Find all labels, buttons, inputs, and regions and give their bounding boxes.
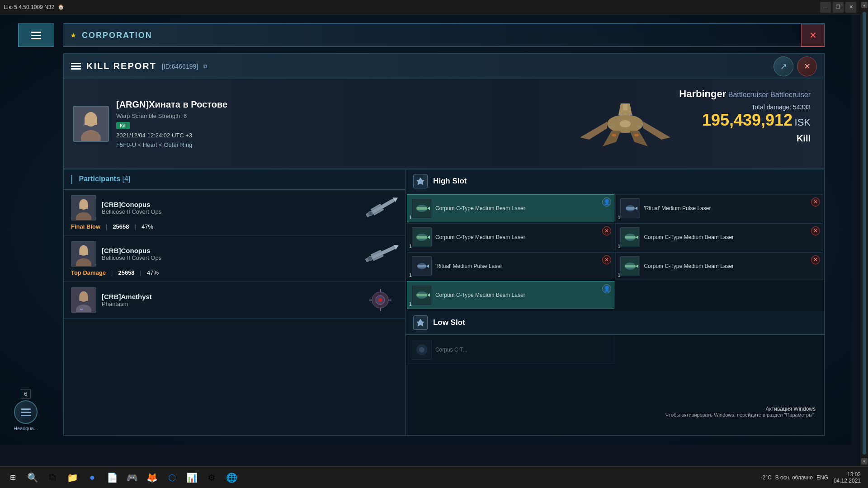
slot-action-r1[interactable]: ✕	[811, 197, 820, 206]
svg-rect-15	[637, 126, 641, 127]
participants-title: Participants	[79, 175, 120, 183]
slot-item-2[interactable]: 1 Corpum C-Type Medium Beam Laser	[407, 223, 615, 251]
participant-avatar-3	[71, 287, 96, 313]
kill-datetime: 2021/12/04 12:24:02 UTC +3	[116, 132, 227, 139]
close-window-button[interactable]: ✕	[845, 2, 856, 13]
slots-panel[interactable]: High Slot 1	[406, 169, 824, 435]
ship-name-container: Harbinger Battlecruiser Battlecruiser	[679, 88, 811, 100]
kr-close-button[interactable]: ✕	[797, 56, 817, 76]
corp-menu-button[interactable]	[18, 23, 54, 47]
participant-item-2[interactable]: [CRB]Conopus Bellicose II Covert Ops	[64, 236, 406, 282]
weather-desc: В осн. облачно	[775, 474, 813, 481]
taskbar-edge[interactable]: ⬡	[163, 469, 181, 487]
svg-point-13	[634, 134, 639, 136]
bottom-menu-button[interactable]	[14, 400, 38, 424]
taskbar-chrome[interactable]: ●	[83, 469, 101, 487]
scroll-up-icon[interactable]: ▲	[861, 2, 868, 8]
svg-marker-48	[417, 178, 424, 185]
slot-item-4[interactable]: 1 Corpum C-Type Medium Beam Laser	[407, 281, 615, 309]
taskbar: ⊞ 🔍 ⧉ 📁 ● 📄 🎮 🦊 ⬡ 📊 ⚙ 🌐 -2°C В осн. обла…	[0, 466, 868, 488]
participant-details-2: [CRB]Conopus Bellicose II Covert Ops	[102, 247, 357, 261]
slot-action-1[interactable]: 👤	[602, 197, 611, 206]
svg-rect-10	[623, 103, 627, 110]
kill-report-panel: KILL REPORT [ID:6466199] ⧉ ↗ ✕	[63, 53, 825, 436]
kill-report-id: [ID:6466199]	[162, 63, 198, 70]
title-bar: Шю 5.4.50.1009 N32 🏠 — ❐ ✕	[0, 0, 860, 14]
slot-item-3[interactable]: 1 'Ritual' Medium Pulse Laser ✕	[407, 252, 615, 280]
participants-panel[interactable]: Participants [4]	[64, 169, 406, 435]
taskbar-game-app[interactable]: 🌐	[222, 469, 241, 487]
slot-icon-1	[412, 198, 432, 218]
kill-report-title: KILL REPORT	[86, 61, 156, 71]
slot-action-r3[interactable]: ✕	[811, 255, 820, 264]
svg-rect-40	[80, 309, 83, 310]
participant-weapon-3	[362, 287, 398, 313]
corp-close-button[interactable]: ✕	[801, 24, 825, 47]
svg-rect-3	[85, 120, 97, 125]
start-button[interactable]: ⊞	[4, 467, 22, 488]
slot-icon-2	[412, 227, 432, 247]
participant-row: [CRB]Conopus Bellicose II Covert Ops	[71, 195, 398, 221]
slot-action-4[interactable]: 👤	[602, 284, 611, 293]
slot-icon-r3	[620, 256, 640, 276]
clock-time: 13:03	[834, 471, 861, 478]
slot-item-r1[interactable]: 1 'Ritual' Medium Pulse Laser ✕	[615, 194, 823, 222]
slot-item-name-r1: 'Ritual' Medium Pulse Laser	[644, 205, 711, 212]
svg-rect-19	[79, 205, 88, 209]
taskbar-task-view[interactable]: ⧉	[43, 469, 61, 487]
svg-marker-8	[603, 131, 621, 146]
stat-damage-1: 25658	[113, 223, 129, 230]
number-badge-6: 6	[21, 389, 30, 399]
slot-item-r3[interactable]: 1 Corpum C-Type Medium Beam Laser	[615, 252, 823, 280]
slot-action-2[interactable]: ✕	[602, 226, 611, 235]
participant-stats-2: Top Damage | 25658 | 47%	[71, 269, 398, 276]
taskbar-firefox[interactable]: 🦊	[143, 469, 161, 487]
svg-rect-63	[625, 236, 636, 239]
slot-number-1: 1	[409, 215, 412, 220]
game-bottom-ui: 6 Headqua...	[14, 389, 38, 431]
kill-location: F5F0-U < Heart < Outer Ring	[116, 141, 227, 148]
svg-rect-67	[417, 265, 426, 267]
slot-number-r2: 1	[618, 244, 620, 249]
clock-date: 04.12.2021	[834, 478, 861, 484]
window-icon: 🏠	[58, 4, 64, 10]
participant-item[interactable]: [CRB]Conopus Bellicose II Covert Ops	[64, 190, 406, 236]
taskbar-right: -2°C В осн. облачно ENG 13:03 04.12.2021	[754, 471, 868, 484]
slot-item-r2[interactable]: 1 Corpum C-Type Medium Beam Laser	[615, 223, 823, 251]
slot-number-r3: 1	[618, 273, 620, 278]
participant-name-2: [CRB]Conopus	[102, 247, 357, 254]
weather-temp: -2°C	[761, 474, 772, 481]
taskbar-search[interactable]: 🔍	[24, 469, 42, 487]
taskbar-app-4[interactable]: 🎮	[123, 469, 141, 487]
slot-action-3[interactable]: ✕	[602, 255, 611, 264]
svg-point-11	[620, 120, 631, 127]
low-slot-item-name-1: Corpus C-T...	[435, 346, 467, 354]
copy-id-icon[interactable]: ⧉	[203, 63, 208, 70]
minimize-button[interactable]: —	[820, 2, 831, 13]
participant-stats-1: Final Blow | 25658 | 47%	[71, 223, 398, 230]
isk-value-row: 195,439,912 ISK	[679, 111, 811, 130]
taskbar-notepad[interactable]: 📄	[103, 469, 121, 487]
svg-rect-55	[626, 207, 635, 210]
isk-currency: ISK	[795, 117, 811, 128]
participant-ship-2: Bellicose II Covert Ops	[102, 254, 357, 261]
scrollbar-right[interactable]: ▲ ▼	[860, 0, 868, 466]
corporation-bar: ★ CORPORATION ✕	[63, 23, 825, 47]
taskbar-app-5[interactable]: 📊	[183, 469, 201, 487]
low-slot-item-1[interactable]: Corpus C-T...	[407, 336, 615, 364]
restore-button[interactable]: ❐	[833, 2, 844, 13]
slot-number-2: 1	[409, 244, 412, 249]
kill-outcome: Kill	[679, 133, 811, 144]
slot-action-r2[interactable]: ✕	[811, 226, 820, 235]
participant-name-1: [CRB]Conopus	[102, 201, 357, 208]
ship-silhouette-svg	[571, 88, 679, 160]
svg-marker-5	[580, 122, 607, 140]
slot-item-1[interactable]: 1 Corpum C-Type Medium Beam Laser	[407, 194, 615, 222]
taskbar-explorer[interactable]: 📁	[63, 469, 81, 487]
taskbar-app-6[interactable]: ⚙	[203, 469, 221, 487]
kr-menu-icon[interactable]	[71, 63, 81, 70]
share-button[interactable]: ↗	[774, 56, 793, 76]
avatar-svg	[74, 107, 108, 141]
scroll-down-icon[interactable]: ▼	[861, 458, 868, 465]
participant-item-3[interactable]: [CRB]Amethyst Phantasm	[64, 282, 406, 319]
